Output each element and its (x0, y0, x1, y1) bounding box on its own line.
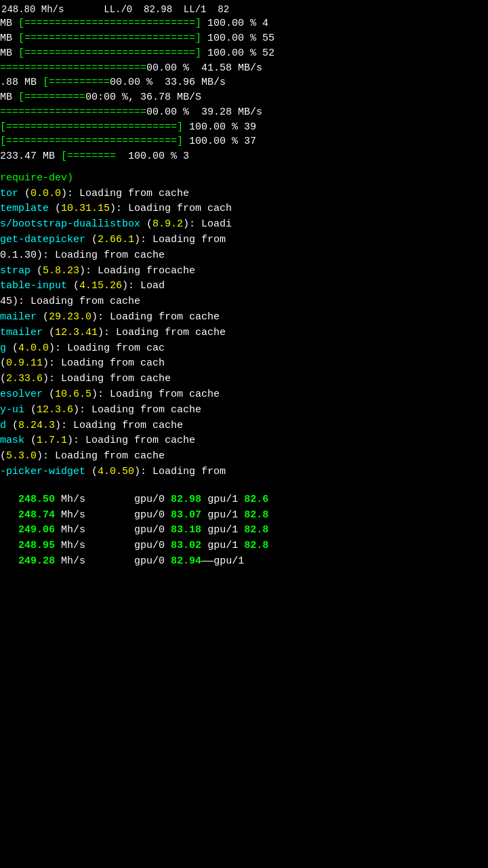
log-line-5: 0.1.30): Loading from cache (0, 248, 488, 264)
progress-line-2: MB [============================] 100.00… (0, 31, 488, 46)
log-section: require-dev) tor (0.0.0): Loading from c… (0, 164, 488, 480)
progress-line-10: 233.47 MB [======== 100.00 % 3 (0, 149, 488, 164)
log-line-6: strap (5.8.23): Loading frocache (0, 264, 488, 279)
gpu-line-1: 248.50 Mh/s gpu/0 82.98 gpu/1 82.6 (0, 492, 488, 508)
log-line-9: mailer (29.23.0): Loading from cache (0, 310, 488, 326)
log-line-4: get-datepicker (2.66.1): Loading from (0, 233, 488, 248)
log-line-require-dev: require-dev) (0, 171, 488, 186)
top-section: 248.80 Mh/s LL./0 82.98 LL/1 82 MB [====… (0, 0, 488, 164)
log-line-12: (0.9.11): Loading from cach (0, 356, 488, 372)
log-line-13: (2.33.6): Loading from cache (0, 372, 488, 387)
log-line-11: g (4.0.0): Loading from cac (0, 341, 488, 357)
log-line-19: -picker-widget (4.0.50): Loading from (0, 465, 488, 480)
gpu-line-3: 249.06 Mh/s gpu/0 83.18 gpu/1 82.8 (0, 523, 488, 538)
progress-line-1: MB [============================] 100.00… (0, 16, 488, 31)
log-line-18: (5.3.0): Loading from cache (0, 449, 488, 465)
log-line-10: tmailer (12.3.41): Loading from cache (0, 326, 488, 341)
progress-line-6: MB [==========00:00 %, 36.78 MB/S (0, 90, 488, 105)
header-line: 248.80 Mh/s LL./0 82.98 LL/1 82 (0, 3, 488, 16)
log-line-16: d (8.24.3): Loading from cache (0, 418, 488, 434)
progress-line-4: ========================00.00 % 41.58 MB… (0, 61, 488, 76)
progress-line-3: MB [============================] 100.00… (0, 46, 488, 61)
progress-line-7: ========================00.00 % 39.28 MB… (0, 105, 488, 120)
progress-line-5: .88 MB [==========00.00 % 33.96 MB/s (0, 75, 488, 90)
progress-line-8: [============================] 100.00 % … (0, 120, 488, 135)
log-line-14: esolver (10.6.5): Loading from cache (0, 387, 488, 403)
log-line-1: tor (0.0.0): Loading from cache (0, 186, 488, 202)
log-line-15: y-ui (12.3.6): Loading from cache (0, 403, 488, 418)
gpu-section: 248.50 Mh/s gpu/0 82.98 gpu/1 82.6 248.7… (0, 492, 488, 570)
log-line-2: template (10.31.15): Loading from cach (0, 201, 488, 217)
gpu-line-5: 249.28 Mh/s gpu/0 82.94——gpu/1 (0, 554, 488, 570)
log-line-8: 45): Loading from cache (0, 294, 488, 310)
gpu-line-2: 248.74 Mh/s gpu/0 83.07 gpu/1 82.8 (0, 508, 488, 524)
log-line-3: s/bootstrap-duallistbox (8.9.2): Loadi (0, 217, 488, 233)
gpu-line-4: 248.95 Mh/s gpu/0 83.02 gpu/1 82.8 (0, 538, 488, 554)
terminal: 248.80 Mh/s LL./0 82.98 LL/1 82 MB [====… (0, 0, 488, 868)
log-line-17: mask (1.7.1): Loading from cache (0, 433, 488, 449)
progress-line-9: [============================] 100.00 % … (0, 134, 488, 149)
log-line-7: table-input (4.15.26): Load (0, 279, 488, 294)
